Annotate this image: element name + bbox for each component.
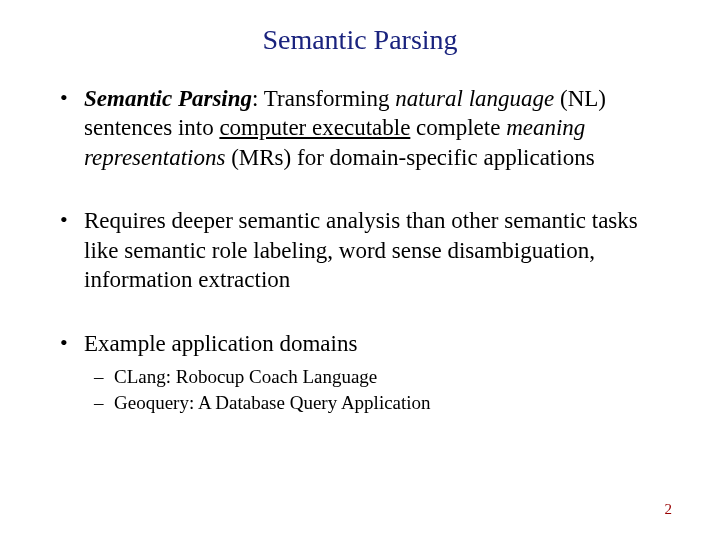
sub-bullet-list: CLang: Robocup Coach Language Geoquery: … <box>84 364 664 415</box>
slide: Semantic Parsing Semantic Parsing: Trans… <box>0 0 720 540</box>
b1-s6: complete <box>410 115 506 140</box>
b1-s8: (MRs) for domain-specific applications <box>225 145 594 170</box>
b3-main: Example application domains <box>84 331 357 356</box>
b1-s2: : Transforming <box>252 86 395 111</box>
b1-nat-lang: natural language <box>395 86 554 111</box>
b1-term: Semantic Parsing <box>84 86 252 111</box>
bullet-2: Requires deeper semantic analysis than o… <box>56 206 664 294</box>
bullet-1: Semantic Parsing: Transforming natural l… <box>56 84 664 172</box>
sub-bullet-2: Geoquery: A Database Query Application <box>84 390 664 416</box>
slide-title: Semantic Parsing <box>56 24 664 56</box>
bullet-list: Semantic Parsing: Transforming natural l… <box>56 84 664 415</box>
b1-exec: computer executable <box>219 115 410 140</box>
sub-bullet-1: CLang: Robocup Coach Language <box>84 364 664 390</box>
bullet-3: Example application domains CLang: Roboc… <box>56 329 664 416</box>
page-number: 2 <box>665 501 673 518</box>
